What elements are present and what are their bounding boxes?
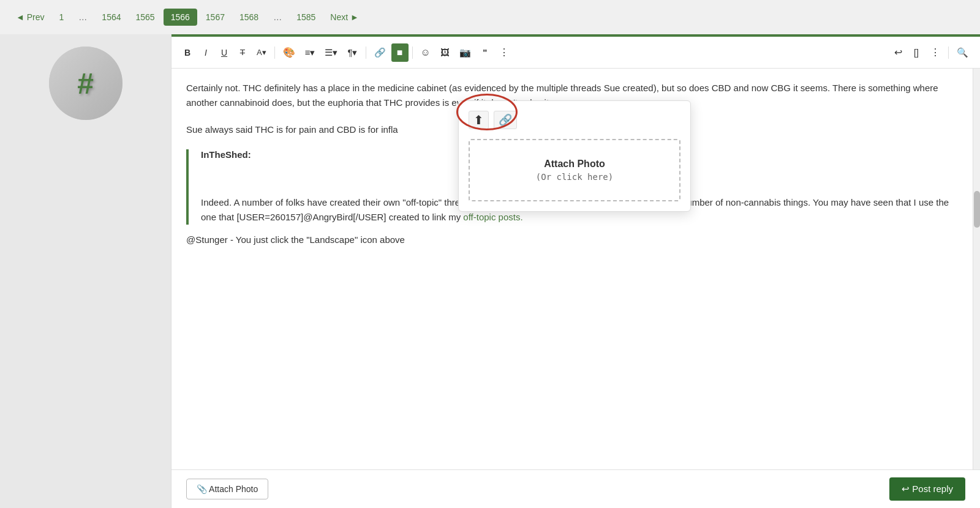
ellipsis-2: … xyxy=(267,9,288,26)
avatar-inner: # xyxy=(49,47,123,120)
link-button[interactable]: 🔗 xyxy=(370,43,390,62)
page-1564-btn[interactable]: 1564 xyxy=(96,9,127,26)
upload-drop-sub: (Or click here) xyxy=(482,172,667,182)
quote-button[interactable]: " xyxy=(477,43,494,62)
scrollbar[interactable] xyxy=(973,69,980,469)
prev-page-btn[interactable]: ◄ Prev xyxy=(10,9,51,26)
sep-3 xyxy=(412,47,413,59)
page-1585-btn[interactable]: 1585 xyxy=(290,9,322,26)
post-reply-button[interactable]: ↩ Post reply xyxy=(889,477,965,501)
image-button[interactable]: 🖼 xyxy=(436,43,454,62)
avatar-symbol: # xyxy=(77,67,94,100)
attach-photo-button[interactable]: 📎 Attach Photo xyxy=(186,479,268,499)
underline-button[interactable]: U xyxy=(216,43,233,62)
pagination-bar: ◄ Prev 1 … 1564 1565 1566 1567 1568 … 15… xyxy=(0,0,980,34)
color-button[interactable]: 🎨 xyxy=(279,43,300,62)
italic-button[interactable]: I xyxy=(197,43,214,62)
font-button[interactable]: A▾ xyxy=(252,43,271,62)
camera-button[interactable]: 📷 xyxy=(455,43,475,62)
more-btn[interactable]: ⋮ xyxy=(495,43,513,62)
next-page-btn[interactable]: Next ► xyxy=(324,9,365,26)
post-content: Certainly not. THC definitely has a plac… xyxy=(172,69,973,469)
page-1565-btn[interactable]: 1565 xyxy=(130,9,161,26)
strikethrough-button[interactable]: T̶ xyxy=(234,43,251,62)
paragraph-button[interactable]: ¶▾ xyxy=(343,43,361,62)
scrollbar-thumb[interactable] xyxy=(974,191,980,228)
editor-toolbar: B I U T̶ A▾ 🎨 ≡▾ ☰▾ ¶▾ 🔗 ■ ☺ 🖼 📷 " ⋮ ↩ [… xyxy=(172,37,980,69)
sep-2 xyxy=(366,47,366,59)
page-1-btn[interactable]: 1 xyxy=(53,9,70,26)
sep-1 xyxy=(274,47,275,59)
link-popup-btn[interactable]: 🔗 xyxy=(494,111,517,129)
sep-4 xyxy=(948,47,949,59)
upload-icon-btn[interactable]: ⬆ xyxy=(469,111,489,129)
page-1568-btn[interactable]: 1568 xyxy=(233,9,265,26)
off-topic-link[interactable]: off-topic posts. xyxy=(463,212,522,222)
avatar: # xyxy=(49,47,123,120)
upload-drop-text: Attach Photo xyxy=(482,159,667,170)
settings-button[interactable]: ⋮ xyxy=(926,43,944,62)
upload-drop-zone[interactable]: Attach Photo (Or click here) xyxy=(469,139,680,201)
highlight-button[interactable]: ■ xyxy=(391,43,409,62)
main-layout: # B I U T̶ A▾ 🎨 ≡▾ ☰▾ ¶▾ 🔗 ■ ☺ 🖼 📷 " ⋮ xyxy=(0,34,980,508)
align-button[interactable]: ☰▾ xyxy=(320,43,342,62)
post-footer: 📎 Attach Photo ↩ Post reply xyxy=(172,469,980,508)
page-1567-btn[interactable]: 1567 xyxy=(200,9,231,26)
current-page[interactable]: 1566 xyxy=(164,9,197,26)
bottom-text: @Stunger - You just click the "Landscape… xyxy=(186,234,958,245)
upload-popup-icons: ⬆ 🔗 xyxy=(469,111,680,129)
content-area: B I U T̶ A▾ 🎨 ≡▾ ☰▾ ¶▾ 🔗 ■ ☺ 🖼 📷 " ⋮ ↩ [… xyxy=(172,34,980,508)
upload-icon-container: ⬆ xyxy=(469,111,489,129)
bracket-button[interactable]: [] xyxy=(908,43,925,62)
emoji-button[interactable]: ☺ xyxy=(417,43,435,62)
undo-button[interactable]: ↩ xyxy=(889,43,907,62)
sidebar: # xyxy=(0,34,172,508)
search-toolbar-button[interactable]: 🔍 xyxy=(952,43,973,62)
bold-button[interactable]: B xyxy=(179,43,196,62)
toolbar-right: ↩ [] ⋮ 🔍 xyxy=(889,43,973,62)
list-button[interactable]: ≡▾ xyxy=(301,43,320,62)
upload-popup: ⬆ 🔗 Attach Photo (Or click here) xyxy=(458,100,691,212)
ellipsis-1: … xyxy=(72,9,93,26)
